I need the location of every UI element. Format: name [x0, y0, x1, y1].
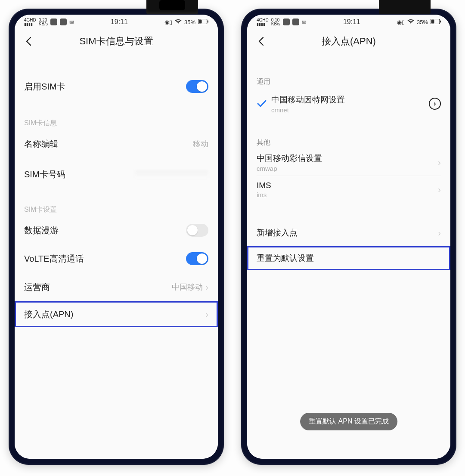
- status-bar: 4GHD ▮▮▮▮ 0.10 KB/s ✉ 19:11 ◉▯ 35%: [247, 15, 450, 29]
- add-apn-row[interactable]: 新增接入点 ›: [247, 220, 450, 246]
- toast-text: 重置默认 APN 设置已完成: [309, 417, 389, 425]
- apn-title: 中国移动彩信设置: [257, 153, 322, 164]
- chevron-right-icon: ›: [438, 228, 441, 238]
- volte-toggle[interactable]: [186, 252, 208, 265]
- wechat-icon: ✉: [69, 19, 74, 25]
- apn-item-cmwap[interactable]: 中国移动彩信设置 cmwap ›: [247, 149, 450, 176]
- speed-indicator: 0.20 KB/s: [39, 18, 48, 26]
- section-other: 其他: [247, 131, 450, 149]
- sim-number-value: [135, 170, 208, 178]
- enable-sim-row[interactable]: 启用SIM卡: [15, 72, 218, 101]
- name-edit-row[interactable]: 名称编辑 移动: [15, 130, 218, 158]
- detail-arrow-icon[interactable]: ›: [429, 98, 441, 110]
- back-button[interactable]: [23, 36, 34, 46]
- screen-right: 4GHD ▮▮▮▮ 0.10 KB/s ✉ 19:11 ◉▯ 35%: [247, 15, 450, 459]
- apn-title: IMS: [257, 181, 271, 190]
- section-sim-settings: SIM卡设置: [15, 198, 218, 216]
- svg-rect-2: [208, 20, 208, 22]
- sim-number-row[interactable]: SIM卡号码: [15, 158, 218, 191]
- roaming-label: 数据漫游: [24, 225, 59, 236]
- page-title: 接入点(APN): [322, 35, 376, 48]
- apn-row[interactable]: 接入点(APN) ›: [15, 301, 218, 327]
- wifi-icon: [407, 19, 414, 25]
- status-bar: 4GHD ▮▮▮▮ 0.20 KB/s ✉ 19:11 ◉▯ 35%: [15, 15, 218, 29]
- section-sim-info: SIM卡信息: [15, 112, 218, 130]
- speed-indicator: 0.10 KB/s: [271, 18, 280, 26]
- sim-number-label: SIM卡号码: [24, 169, 65, 180]
- app-icon: [292, 19, 299, 25]
- apn-sub: ims: [257, 191, 271, 198]
- chevron-right-icon: ›: [205, 282, 208, 292]
- toast: 重置默认 APN 设置已完成: [300, 413, 397, 430]
- page-title: SIM卡信息与设置: [79, 35, 153, 48]
- chevron-right-icon: ›: [205, 309, 208, 319]
- svg-rect-1: [199, 19, 202, 23]
- section-general: 通用: [247, 71, 450, 88]
- check-icon: [252, 99, 271, 108]
- wifi-icon: [175, 19, 182, 25]
- carrier-value: 中国移动: [172, 282, 203, 292]
- enable-sim-label: 启用SIM卡: [24, 81, 65, 93]
- phone-frame-left: 4GHD ▮▮▮▮ 0.20 KB/s ✉ 19:11 ◉▯ 35%: [9, 9, 224, 465]
- app-icon: [50, 19, 57, 25]
- volte-label: VoLTE高清通话: [24, 253, 84, 265]
- svg-rect-5: [440, 20, 441, 22]
- roaming-row[interactable]: 数据漫游: [15, 216, 218, 244]
- name-edit-value: 移动: [193, 139, 208, 149]
- wechat-icon: ✉: [302, 19, 307, 25]
- vibrate-icon: ◉▯: [397, 19, 405, 25]
- content-right: 通用 中国移动因特网设置 cmnet › 其他 中国移动彩信设置 cmwap ›: [247, 53, 450, 459]
- battery-pct: 35%: [417, 19, 428, 25]
- app-icon: [283, 19, 290, 25]
- status-time: 19:11: [343, 18, 360, 26]
- status-time: 19:11: [111, 18, 128, 26]
- app-icon: [60, 19, 67, 25]
- chevron-right-icon: ›: [438, 158, 441, 167]
- svg-rect-4: [431, 19, 434, 23]
- battery-icon: [198, 19, 208, 25]
- apn-label: 接入点(APN): [24, 309, 73, 320]
- apn-item-cmnet[interactable]: 中国移动因特网设置 cmnet ›: [247, 88, 450, 119]
- network-icon: 4GHD ▮▮▮▮: [24, 18, 36, 26]
- phone-frame-right: 4GHD ▮▮▮▮ 0.10 KB/s ✉ 19:11 ◉▯ 35%: [241, 9, 456, 465]
- battery-pct: 35%: [184, 19, 195, 25]
- battery-icon: [431, 19, 441, 25]
- chevron-right-icon: ›: [438, 185, 441, 195]
- carrier-label: 运营商: [24, 281, 50, 293]
- content-left: 启用SIM卡 SIM卡信息 名称编辑 移动 SIM卡号码 SIM卡设置 数据漫游…: [15, 53, 218, 459]
- apn-sub: cmwap: [257, 165, 322, 172]
- reset-row[interactable]: 重置为默认设置: [247, 246, 450, 270]
- nav-bar: SIM卡信息与设置: [15, 29, 218, 53]
- apn-item-ims[interactable]: IMS ims ›: [247, 176, 450, 203]
- enable-sim-toggle[interactable]: [186, 80, 208, 93]
- add-apn-label: 新增接入点: [257, 227, 298, 238]
- name-edit-label: 名称编辑: [24, 138, 59, 150]
- apn-sub: cmnet: [271, 106, 429, 114]
- nav-bar: 接入点(APN): [247, 29, 450, 53]
- apn-title: 中国移动因特网设置: [271, 94, 429, 105]
- network-icon: 4GHD ▮▮▮▮: [257, 18, 269, 26]
- screen-left: 4GHD ▮▮▮▮ 0.20 KB/s ✉ 19:11 ◉▯ 35%: [15, 15, 218, 459]
- carrier-row[interactable]: 运营商 中国移动 ›: [15, 273, 218, 301]
- back-button[interactable]: [256, 36, 266, 46]
- reset-label: 重置为默认设置: [257, 253, 314, 264]
- vibrate-icon: ◉▯: [164, 19, 172, 25]
- volte-row[interactable]: VoLTE高清通话: [15, 244, 218, 273]
- roaming-toggle[interactable]: [186, 224, 208, 237]
